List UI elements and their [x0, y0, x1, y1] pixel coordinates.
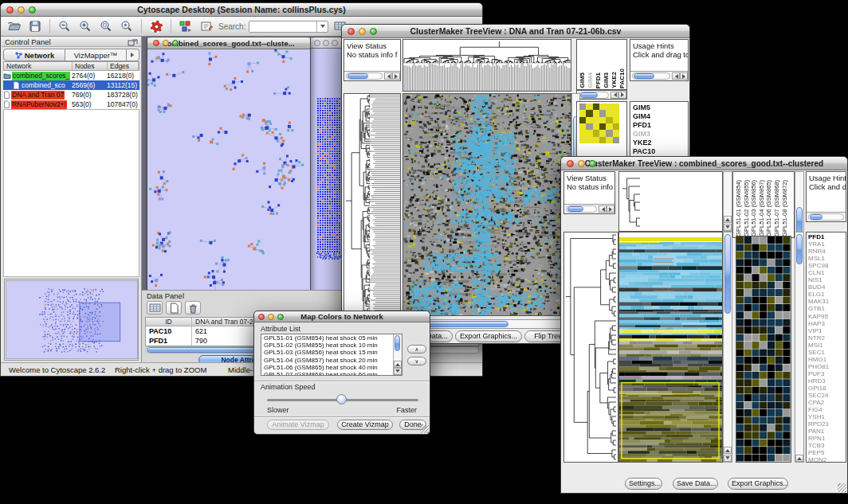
zoom-fit-button[interactable]	[118, 18, 135, 35]
animate-vizmap-button[interactable]: Animate Vizmap	[267, 420, 329, 430]
zoom-window-button[interactable]	[332, 40, 338, 46]
scroll-right-button[interactable]	[618, 92, 626, 99]
network-view-canvas[interactable]	[147, 49, 310, 290]
column-edges[interactable]: Edges	[108, 62, 139, 70]
column-label[interactable]: YKE2	[610, 72, 618, 88]
row-dendrogram[interactable]	[564, 232, 618, 462]
zoom-out-button[interactable]	[56, 18, 73, 35]
correlation-cell[interactable]	[599, 104, 606, 110]
correlation-cell[interactable]	[579, 137, 586, 143]
minimize-button[interactable]	[18, 6, 25, 14]
gene-label[interactable]: PFD1	[807, 233, 846, 240]
usage-hints-scrollbar[interactable]	[630, 71, 688, 80]
scroll-right-button[interactable]	[680, 72, 688, 80]
export-graphics-button[interactable]: Export Graphics...	[728, 478, 788, 490]
save-button[interactable]	[26, 18, 44, 35]
column-label[interactable]: PAC10	[618, 68, 626, 88]
gene-label[interactable]: RPN1	[807, 435, 846, 442]
move-down-button[interactable]: ∨	[407, 357, 426, 365]
correlation-cell[interactable]	[586, 104, 592, 110]
scroll-down-button[interactable]	[724, 224, 732, 231]
correlation-cell[interactable]	[613, 117, 619, 123]
column-label[interactable]: GIM4	[587, 72, 595, 88]
gene-label[interactable]: MAK31	[807, 298, 846, 305]
table-row-selected[interactable]: combined_sco 2569(6) 13112(15)	[3, 80, 139, 90]
gene-label[interactable]: YRA1	[807, 240, 846, 248]
gene-label[interactable]: PAC10	[630, 147, 688, 156]
scroll-left-button[interactable]	[610, 92, 618, 99]
scroll-up-button[interactable]	[724, 216, 732, 223]
column-network[interactable]: Network	[4, 62, 73, 70]
attribute-list-scrollbar[interactable]	[393, 334, 402, 375]
dialog-titlebar[interactable]: Map Colors to Network	[254, 311, 430, 322]
scroll-down-button[interactable]	[394, 368, 402, 375]
zoom-window-button[interactable]	[370, 28, 377, 35]
correlation-cell[interactable]	[579, 104, 586, 110]
export-graphics-button[interactable]: Export Graphics...	[455, 330, 522, 342]
birdseye-view[interactable]	[6, 280, 138, 359]
help-button[interactable]	[147, 18, 165, 35]
gene-label[interactable]: KAP95	[807, 313, 846, 320]
column-label[interactable]: PFD1	[595, 72, 603, 88]
correlation-heatmap[interactable]	[579, 104, 619, 143]
column-label[interactable]: GPL51-07 (GSM868)	[773, 180, 781, 236]
network-window-titlebar[interactable]: combined_scores_good.txt--cluste...	[147, 37, 310, 49]
resize-grip[interactable]	[420, 424, 429, 433]
minimize-button[interactable]	[578, 160, 585, 167]
correlation-cell[interactable]	[586, 110, 592, 116]
column-label[interactable]: GPL51-02 (GSM855)	[743, 180, 751, 236]
gene-label[interactable]: MON2	[807, 456, 846, 463]
gene-label[interactable]: RNR4	[807, 248, 846, 255]
treeview-combined-titlebar[interactable]: ClusterMaker TreeView : combined_scores_…	[561, 157, 847, 170]
correlation-cell[interactable]	[593, 130, 599, 136]
close-button[interactable]	[567, 160, 574, 167]
correlation-cell[interactable]	[593, 123, 599, 130]
gene-label[interactable]: TCB3	[807, 442, 846, 449]
gene-label[interactable]: MSI1	[807, 342, 846, 349]
zoom-window-button[interactable]	[29, 6, 36, 14]
column-id[interactable]: ID	[146, 318, 192, 326]
scroll-right-button[interactable]	[392, 72, 400, 80]
scroll-left-button[interactable]	[672, 72, 680, 80]
correlation-cell[interactable]	[606, 110, 612, 116]
annotation-button[interactable]	[198, 18, 215, 35]
gene-label[interactable]: HAP3	[807, 320, 846, 327]
matrix-window-titlebar[interactable]	[311, 37, 344, 49]
correlation-cell[interactable]	[606, 137, 612, 143]
column-labels-scrollbar[interactable]	[795, 171, 804, 238]
zoom-heatmap[interactable]	[736, 236, 791, 462]
correlation-cell[interactable]	[613, 110, 619, 116]
zoom-window-button[interactable]	[277, 314, 284, 320]
correlation-cell[interactable]	[613, 137, 619, 143]
create-vizmap-button[interactable]: Create Vizmap	[337, 420, 393, 430]
slider-thumb[interactable]	[336, 394, 347, 404]
correlation-cell[interactable]	[606, 117, 612, 123]
gene-label[interactable]: PEP5	[807, 449, 846, 456]
minimize-button[interactable]	[323, 40, 329, 46]
view-status-scrollbar[interactable]	[344, 71, 400, 80]
matrix-network-view[interactable]	[311, 49, 344, 290]
gene-label[interactable]: GIM3	[630, 130, 688, 139]
scroll-down-button[interactable]	[724, 455, 732, 462]
save-data-button[interactable]: Save Data...	[673, 478, 718, 490]
usage-hints-scrollbar[interactable]	[807, 212, 846, 221]
gene-label[interactable]: CPA2	[807, 399, 846, 406]
expression-heatmap[interactable]	[403, 94, 571, 315]
gene-label[interactable]: HRD3	[807, 377, 846, 385]
scroll-up-button[interactable]	[795, 455, 803, 462]
correlation-cell[interactable]	[586, 137, 592, 143]
column-label[interactable]: GIM3	[603, 72, 610, 88]
scroll-up-button[interactable]	[394, 361, 402, 368]
attribute-item[interactable]: GPL51-03 (GSM856) heat shock 15 min	[261, 349, 402, 356]
gene-label[interactable]: GIM4	[630, 112, 688, 121]
view-status-scrollbar[interactable]	[564, 204, 614, 213]
gene-list-scrollbar[interactable]	[795, 232, 804, 463]
zoom-selected-button[interactable]	[97, 18, 115, 35]
settings-button[interactable]: Settings...	[625, 478, 662, 490]
attribute-item[interactable]: GPL51-02 (GSM855) heat shock 10 min	[261, 342, 402, 349]
correlation-cell[interactable]	[606, 123, 612, 130]
correlation-cell[interactable]	[613, 104, 619, 110]
new-attribute-button[interactable]	[166, 301, 182, 315]
heatmap-vscrollbar[interactable]	[723, 232, 732, 463]
gene-label[interactable]: PAN1	[807, 428, 846, 435]
